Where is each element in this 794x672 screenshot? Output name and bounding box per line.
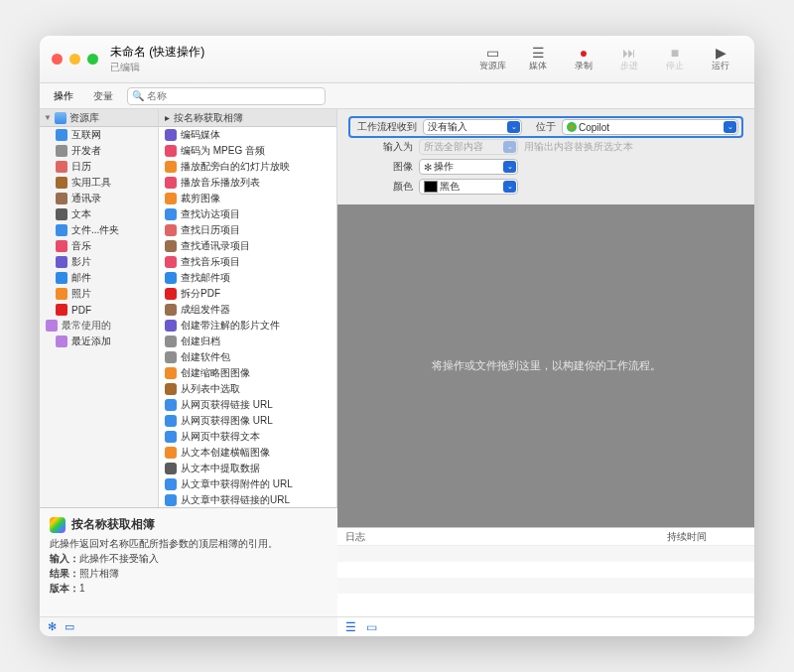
action-item[interactable]: 裁剪图像 bbox=[159, 191, 336, 206]
sidebar-item[interactable]: 互联网 bbox=[40, 127, 158, 143]
action-item[interactable]: 创建缩略图图像 bbox=[159, 365, 336, 381]
sidebar-header[interactable]: ▼ 资源库 bbox=[40, 109, 158, 127]
media-icon: ☰ bbox=[529, 46, 547, 60]
action-item[interactable]: 拆分PDF bbox=[159, 286, 336, 302]
action-item[interactable]: 成组发件器 bbox=[159, 302, 336, 318]
select-receives[interactable]: 没有输入⌄ bbox=[423, 119, 522, 135]
stop-button[interactable]: ■停止 bbox=[653, 46, 697, 72]
media-button[interactable]: ☰媒体 bbox=[516, 46, 560, 72]
category-icon bbox=[56, 224, 67, 236]
action-icon bbox=[165, 256, 177, 268]
action-icon bbox=[165, 304, 177, 316]
category-icon bbox=[56, 161, 67, 173]
select-image[interactable]: ✻操作⌄ bbox=[419, 159, 518, 175]
action-item[interactable]: 创建软件包 bbox=[159, 349, 336, 365]
info-panel: 按名称获取相簿 此操作返回对名称匹配所指参数的顶层相簿的引用。 输入：此操作不接… bbox=[40, 507, 337, 616]
sidebar-item[interactable]: 开发者 bbox=[40, 143, 158, 159]
panel-toggle-icon[interactable]: ▭ bbox=[65, 620, 74, 633]
gear-small-icon: ✻ bbox=[424, 162, 432, 173]
list-view-icon[interactable]: ☰ bbox=[345, 620, 356, 634]
action-icon bbox=[165, 336, 177, 347]
action-icon bbox=[165, 129, 177, 141]
action-icon bbox=[165, 240, 177, 252]
select-color[interactable]: 黑色⌄ bbox=[419, 179, 518, 195]
workflow-canvas[interactable]: 将操作或文件拖到这里，以构建你的工作流程。 bbox=[337, 204, 754, 527]
search-input[interactable] bbox=[147, 90, 321, 101]
sidebar-item[interactable]: 影片 bbox=[40, 254, 158, 270]
log-body bbox=[337, 546, 754, 616]
label-image: 图像 bbox=[349, 160, 413, 174]
action-item[interactable]: 查找访达项目 bbox=[159, 206, 336, 222]
card-view-icon[interactable]: ▭ bbox=[366, 620, 377, 634]
action-item[interactable]: 从网页获得图像 URL bbox=[159, 413, 336, 429]
action-item[interactable]: 查找音乐项目 bbox=[159, 254, 336, 270]
search-field[interactable]: 🔍 bbox=[127, 87, 326, 105]
action-item[interactable]: 播放配旁白的幻灯片放映 bbox=[159, 159, 336, 175]
run-button[interactable]: ▶运行 bbox=[699, 46, 742, 72]
action-icon bbox=[165, 447, 177, 459]
action-icon bbox=[165, 478, 177, 490]
library-button[interactable]: ▭资源库 bbox=[470, 46, 514, 72]
sidebar-item[interactable]: 照片 bbox=[40, 286, 158, 302]
library-sidebar: ▼ 资源库 互联网开发者日历实用工具通讯录文本文件...件夹音乐影片邮件照片PD… bbox=[40, 109, 159, 507]
action-icon bbox=[165, 288, 177, 300]
log-col-duration: 持续时间 bbox=[667, 530, 746, 544]
folder-icon bbox=[56, 336, 67, 347]
stop-icon: ■ bbox=[666, 46, 684, 60]
category-icon bbox=[56, 208, 67, 220]
action-icon bbox=[165, 320, 177, 332]
action-item[interactable]: 编码媒体 bbox=[159, 127, 336, 143]
sidebar-item[interactable]: 文件...件夹 bbox=[40, 222, 158, 238]
action-icon bbox=[165, 193, 177, 204]
gear-icon[interactable]: ✻ bbox=[48, 620, 57, 633]
sidebar-group[interactable]: 最常使用的 bbox=[40, 318, 158, 334]
sidebar-item[interactable]: 通讯录 bbox=[40, 191, 158, 206]
workflow-area: 工作流程收到 没有输入⌄ 位于 Copilot⌄ 输入为 所选全部内容⌄ 用输出… bbox=[337, 109, 754, 636]
action-item[interactable]: 从文章中获得附件的 URL bbox=[159, 476, 336, 492]
tab-variables[interactable]: 变量 bbox=[87, 87, 119, 105]
step-button[interactable]: ⏭步进 bbox=[607, 46, 651, 72]
action-item[interactable]: 查找日历项目 bbox=[159, 222, 336, 238]
action-item[interactable]: 从网页中获得文本 bbox=[159, 429, 336, 445]
action-item[interactable]: 从文本创建横幅图像 bbox=[159, 445, 336, 461]
action-item[interactable]: 从列表中选取 bbox=[159, 381, 336, 397]
window-subtitle: 已编辑 bbox=[110, 61, 204, 74]
category-icon bbox=[56, 177, 67, 189]
sidebar-item[interactable]: 邮件 bbox=[40, 270, 158, 286]
label-in: 位于 bbox=[528, 120, 556, 134]
action-icon bbox=[165, 494, 177, 506]
action-item[interactable]: 从文章中获得链接的URL bbox=[159, 492, 336, 507]
action-item[interactable]: 查找通讯录项目 bbox=[159, 238, 336, 254]
action-item[interactable]: 查找邮件项 bbox=[159, 270, 336, 286]
photos-icon bbox=[50, 517, 66, 533]
sidebar-item[interactable]: PDF bbox=[40, 302, 158, 318]
category-icon bbox=[56, 256, 67, 268]
action-item[interactable]: 从文本中提取数据 bbox=[159, 461, 336, 476]
action-icon bbox=[165, 367, 177, 379]
category-icon bbox=[56, 304, 67, 316]
close-icon[interactable] bbox=[52, 54, 63, 65]
action-icon bbox=[165, 383, 177, 395]
record-button[interactable]: ●录制 bbox=[562, 46, 605, 72]
app-window: 未命名 (快速操作) 已编辑 ▭资源库 ☰媒体 ●录制 ⏭步进 ■停止 ▶运行 … bbox=[40, 36, 754, 636]
action-item[interactable]: 创建归档 bbox=[159, 334, 336, 349]
actions-column: ▸ 按名称获取相簿 编码媒体编码为 MPEG 音频播放配旁白的幻灯片放映播放音乐… bbox=[159, 109, 337, 507]
sidebar-item[interactable]: 最近添加 bbox=[40, 334, 158, 349]
sidebar-item[interactable]: 实用工具 bbox=[40, 175, 158, 191]
action-item[interactable]: 创建带注解的影片文件 bbox=[159, 318, 336, 334]
category-icon bbox=[56, 129, 67, 141]
canvas-placeholder: 将操作或文件拖到这里，以构建你的工作流程。 bbox=[432, 358, 661, 373]
zoom-icon[interactable] bbox=[87, 54, 98, 65]
action-item[interactable]: 从网页获得链接 URL bbox=[159, 397, 336, 413]
sidebar-item[interactable]: 日历 bbox=[40, 159, 158, 175]
action-item[interactable]: 播放音乐播放列表 bbox=[159, 175, 336, 191]
sidebar-item[interactable]: 文本 bbox=[40, 206, 158, 222]
label-receives: 工作流程收到 bbox=[353, 120, 417, 134]
action-icon bbox=[165, 463, 177, 474]
select-in[interactable]: Copilot⌄ bbox=[562, 119, 738, 135]
sidebar-item[interactable]: 音乐 bbox=[40, 238, 158, 254]
action-item[interactable]: 编码为 MPEG 音频 bbox=[159, 143, 336, 159]
actions-header: ▸ 按名称获取相簿 bbox=[159, 109, 336, 127]
tab-actions[interactable]: 操作 bbox=[48, 87, 79, 105]
minimize-icon[interactable] bbox=[69, 54, 80, 65]
